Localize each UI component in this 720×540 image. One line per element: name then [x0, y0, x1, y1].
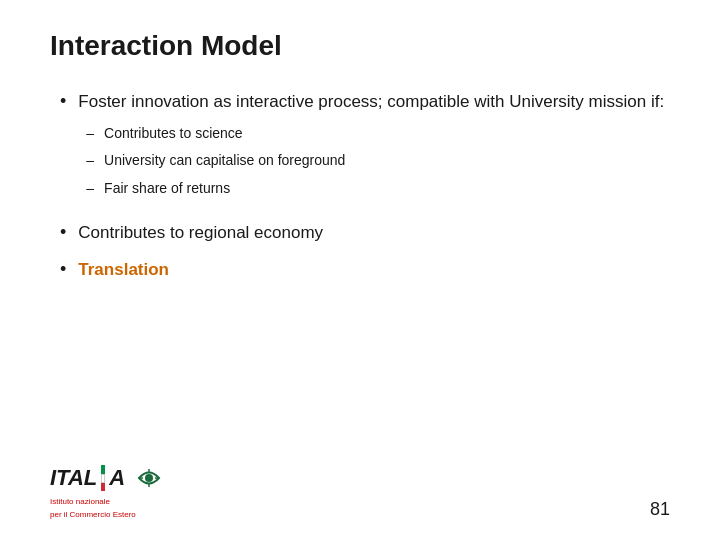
- svg-point-0: [145, 474, 153, 482]
- flag-white: [101, 474, 105, 483]
- sub-dash-2: –: [86, 152, 94, 168]
- flag-red: [101, 483, 105, 492]
- footer: ITAL A Istituto nazionale p: [0, 465, 720, 520]
- slide: Interaction Model • Foster innovation as…: [0, 0, 720, 540]
- sub-bullet-item-1: – Contributes to science: [86, 124, 664, 144]
- bullet-dot-2: •: [60, 222, 66, 243]
- footer-logo-area: ITAL A Istituto nazionale p: [50, 465, 163, 520]
- bullet-text-1: Foster innovation as interactive process…: [78, 92, 664, 111]
- slide-title: Interaction Model: [50, 30, 670, 62]
- bullet-dot-3: •: [60, 259, 66, 280]
- flag-icon: [101, 465, 105, 491]
- sub-bullets-1: – Contributes to science – University ca…: [86, 124, 664, 199]
- flag-green: [101, 465, 105, 474]
- bullet-text-2: Contributes to regional economy: [78, 221, 323, 245]
- content-area: • Foster innovation as interactive proce…: [50, 90, 670, 282]
- bullet-dot-1: •: [60, 91, 66, 112]
- bullet-item-3: • Translation: [60, 258, 670, 282]
- sub-bullet-text-1: Contributes to science: [104, 124, 243, 144]
- footer-subtitle-line1: Istituto nazionale: [50, 497, 136, 507]
- bullet-content-1: Foster innovation as interactive process…: [78, 90, 664, 207]
- sub-bullet-item-2: – University can capitalise on foregroun…: [86, 151, 664, 171]
- ice-symbol-icon: [135, 465, 163, 491]
- footer-subtitle-line2: per il Commercio Estero: [50, 510, 136, 520]
- page-number: 81: [650, 499, 670, 520]
- sub-bullet-text-2: University can capitalise on foreground: [104, 151, 345, 171]
- italia-logo: ITAL A: [50, 465, 163, 491]
- brand-text-ital: ITAL: [50, 465, 97, 491]
- footer-subtitle-area: Istituto nazionale per il Commercio Este…: [50, 495, 136, 520]
- brand-text-a: A: [109, 465, 125, 491]
- sub-bullet-item-3: – Fair share of returns: [86, 179, 664, 199]
- sub-bullet-text-3: Fair share of returns: [104, 179, 230, 199]
- bullet-text-translation: Translation: [78, 258, 169, 282]
- bullet-item-2: • Contributes to regional economy: [60, 221, 670, 245]
- bullet-item-1: • Foster innovation as interactive proce…: [60, 90, 670, 207]
- sub-dash-1: –: [86, 125, 94, 141]
- sub-dash-3: –: [86, 180, 94, 196]
